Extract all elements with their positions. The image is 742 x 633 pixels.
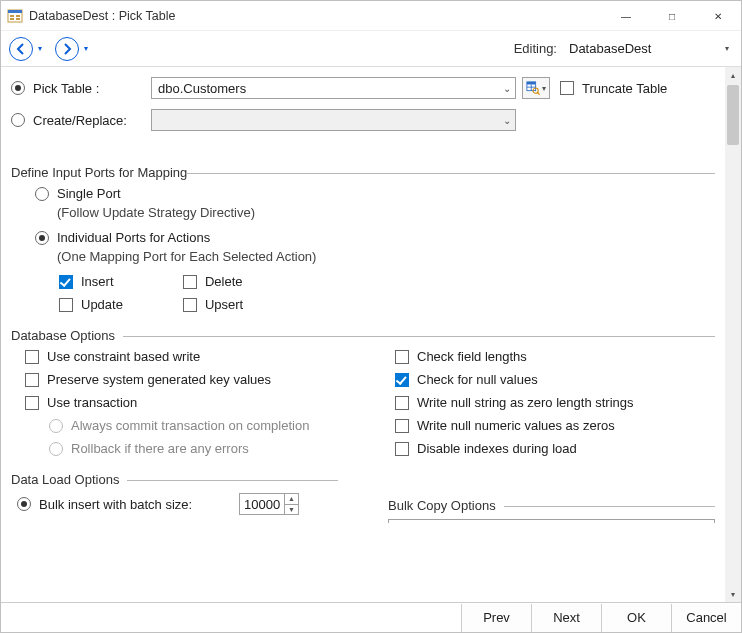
null-numeric-checkbox[interactable] [395, 419, 409, 433]
svg-line-11 [537, 92, 539, 94]
update-checkbox[interactable] [59, 298, 73, 312]
batch-size-value: 10000 [240, 494, 284, 514]
prev-button[interactable]: Prev [461, 604, 531, 632]
pick-table-radio[interactable] [11, 81, 25, 95]
pick-table-row: Pick Table : dbo.Customers ⌄ ▾ Truncate … [11, 77, 715, 99]
ok-button[interactable]: OK [601, 604, 671, 632]
bulk-copy-title: Bulk Copy Options [388, 498, 715, 513]
update-label: Update [81, 297, 123, 312]
scroll-up-icon[interactable]: ▴ [725, 67, 741, 83]
maximize-button[interactable]: □ [649, 1, 695, 31]
pick-table-value: dbo.Customers [158, 81, 246, 96]
load-and-bulkcopy: Data Load Options Bulk insert with batch… [11, 464, 715, 523]
action-checkboxes: Insert Update Delete Upsert [59, 274, 715, 320]
preserve-keys-label: Preserve system generated key values [47, 372, 271, 387]
editing-value: DatabaseDest [569, 41, 651, 56]
chevron-down-icon: ⌄ [503, 83, 511, 94]
svg-rect-2 [10, 15, 14, 17]
constraint-write-label: Use constraint based write [47, 349, 200, 364]
db-options-title: Database Options [11, 328, 715, 343]
spinner-up-icon[interactable]: ▲ [285, 494, 298, 505]
rollback-label: Rollback if there are any errors [71, 441, 249, 456]
preserve-keys-checkbox[interactable] [25, 373, 39, 387]
use-transaction-label: Use transaction [47, 395, 137, 410]
app-icon [7, 8, 23, 24]
dialog-button-bar: Prev Next OK Cancel [1, 602, 741, 632]
always-commit-radio [49, 419, 63, 433]
single-port-label: Single Port [57, 186, 121, 201]
titlebar: DatabaseDest : Pick Table — □ ✕ [1, 1, 741, 31]
rollback-radio [49, 442, 63, 456]
truncate-table-checkbox[interactable] [560, 81, 574, 95]
table-browse-button[interactable]: ▾ [522, 77, 550, 99]
create-replace-row: Create/Replace: ⌄ [11, 109, 715, 131]
delete-label: Delete [205, 274, 243, 289]
nav-back-button[interactable] [9, 37, 33, 61]
null-string-checkbox[interactable] [395, 396, 409, 410]
always-commit-label: Always commit transaction on completion [71, 418, 309, 433]
spinner-down-icon[interactable]: ▼ [285, 505, 298, 515]
svg-rect-3 [10, 18, 14, 20]
vertical-scrollbar[interactable]: ▴ ▾ [725, 67, 741, 602]
input-ports-title: Define Input Ports for Mapping [11, 165, 715, 180]
svg-rect-1 [8, 10, 22, 13]
create-replace-label: Create/Replace: [33, 113, 143, 128]
window-title: DatabaseDest : Pick Table [29, 9, 175, 23]
bulk-insert-radio[interactable] [17, 497, 31, 511]
batch-size-spinner[interactable]: 10000 ▲ ▼ [239, 493, 299, 515]
individual-ports-label: Individual Ports for Actions [57, 230, 210, 245]
single-port-subtext: (Follow Update Strategy Directive) [57, 205, 715, 220]
db-options-columns: Use constraint based write Preserve syst… [11, 349, 715, 464]
svg-rect-5 [16, 18, 20, 20]
null-string-label: Write null string as zero length strings [417, 395, 634, 410]
data-load-title: Data Load Options [11, 472, 338, 487]
content-area: Pick Table : dbo.Customers ⌄ ▾ Truncate … [1, 67, 725, 602]
editing-label: Editing: [514, 41, 557, 56]
truncate-table-label: Truncate Table [582, 81, 667, 96]
disable-index-label: Disable indexes during load [417, 441, 577, 456]
single-port-radio[interactable] [35, 187, 49, 201]
pick-table-select[interactable]: dbo.Customers ⌄ [151, 77, 516, 99]
null-numeric-label: Write null numeric values as zeros [417, 418, 615, 433]
window-controls: — □ ✕ [603, 1, 741, 30]
minimize-button[interactable]: — [603, 1, 649, 31]
check-lengths-checkbox[interactable] [395, 350, 409, 364]
check-nulls-checkbox[interactable] [395, 373, 409, 387]
pick-table-label: Pick Table : [33, 81, 143, 96]
bulk-copy-content-clipped [388, 519, 715, 523]
cancel-button[interactable]: Cancel [671, 604, 741, 632]
bulk-insert-label: Bulk insert with batch size: [39, 497, 239, 512]
nav-forward-dropdown[interactable]: ▾ [81, 37, 91, 61]
insert-checkbox[interactable] [59, 275, 73, 289]
chevron-down-icon: ▾ [542, 84, 546, 93]
disable-index-checkbox[interactable] [395, 442, 409, 456]
individual-ports-radio[interactable] [35, 231, 49, 245]
check-nulls-label: Check for null values [417, 372, 538, 387]
scroll-thumb[interactable] [727, 85, 739, 145]
create-replace-select: ⌄ [151, 109, 516, 131]
insert-label: Insert [81, 274, 114, 289]
toolbar: ▾ ▾ Editing: DatabaseDest ▾ [1, 31, 741, 67]
chevron-down-icon: ▾ [725, 44, 729, 53]
nav-forward-button[interactable] [55, 37, 79, 61]
individual-ports-option: Individual Ports for Actions [35, 230, 715, 245]
editing-selector: Editing: DatabaseDest ▾ [514, 38, 733, 60]
svg-rect-7 [527, 82, 536, 85]
delete-checkbox[interactable] [183, 275, 197, 289]
editing-dropdown[interactable]: DatabaseDest ▾ [563, 38, 733, 60]
upsert-checkbox[interactable] [183, 298, 197, 312]
nav-back-dropdown[interactable]: ▾ [35, 37, 45, 61]
create-replace-radio[interactable] [11, 113, 25, 127]
svg-rect-4 [16, 15, 20, 17]
individual-ports-subtext: (One Mapping Port for Each Selected Acti… [57, 249, 715, 264]
check-lengths-label: Check field lengths [417, 349, 527, 364]
single-port-option: Single Port [35, 186, 715, 201]
constraint-write-checkbox[interactable] [25, 350, 39, 364]
close-button[interactable]: ✕ [695, 1, 741, 31]
use-transaction-checkbox[interactable] [25, 396, 39, 410]
chevron-down-icon: ⌄ [503, 115, 511, 126]
next-button[interactable]: Next [531, 604, 601, 632]
scroll-down-icon[interactable]: ▾ [725, 586, 741, 602]
upsert-label: Upsert [205, 297, 243, 312]
